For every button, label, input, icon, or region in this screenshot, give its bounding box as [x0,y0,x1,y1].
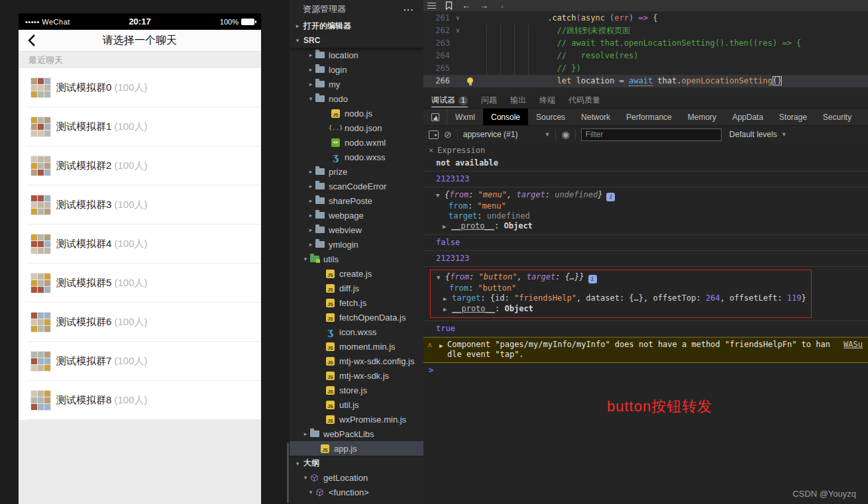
clear-console-icon[interactable]: ⊘ [444,130,452,139]
tree-item[interactable]: JSdiff.js [290,281,423,295]
console-log-entry[interactable]: ▼{from: "button", target: {…}}ifrom: "bu… [423,267,868,321]
filter-input[interactable] [581,128,722,141]
tree-item[interactable]: ▾getLocation [290,470,423,485]
console-log-entry[interactable]: 2123123 [423,251,868,267]
menu-icon[interactable] [427,3,436,9]
tree-item[interactable]: ▾nodo [290,91,423,106]
tree-item[interactable]: JSapp.js [290,441,423,456]
primary-tab-输出[interactable]: 输出 [510,93,526,108]
chevron-right-icon[interactable]: ▶ [439,340,447,360]
chat-item[interactable]: 测试模拟群5 (100人) [19,264,261,302]
console-object-entry[interactable]: ▼{from: "menu", target: undefined}ifrom:… [423,187,868,235]
section-open-editors[interactable]: ▸ 打开的编辑器 [290,19,423,33]
navigate-back-icon[interactable]: ← [462,1,470,11]
scrollbar-thumb[interactable] [287,442,289,503]
chat-item[interactable]: 测试模拟群1 (100人) [19,107,261,146]
console-output[interactable]: button按钮转发 CSDN @Youyzq ×Expressionnot a… [423,143,868,504]
chat-item[interactable]: 测试模拟群4 (100人) [19,225,261,263]
tree-item[interactable]: ▸my [290,77,423,91]
tree-item[interactable]: JSmtj-wx-sdk.js [290,368,423,383]
console-log-entry[interactable]: 2123123 [423,172,868,187]
source-link[interactable]: WASu [843,340,863,360]
code-line[interactable]: 261∨ .catch(async (err) => { [423,12,868,25]
chat-item[interactable]: 测试模拟群0 (100人) [19,68,261,107]
primary-tab-问题[interactable]: 问题 [481,93,497,108]
devtools-tab-console[interactable]: Console [483,109,528,125]
chevron-right-icon[interactable]: ▸ [301,430,309,437]
devtools-tab-storage[interactable]: Storage [771,109,815,125]
inspect-element-icon[interactable] [431,113,439,121]
object-property-row[interactable]: ▶target: {id: "friendsHelp", dataset: {…… [437,293,807,304]
tree-item[interactable]: JSwxPromise.min.js [290,412,423,427]
lightbulb-icon[interactable] [467,77,473,83]
chevron-right-icon[interactable]: ▸ [307,81,315,87]
devtools-tab-security[interactable]: Security [815,109,859,125]
chat-item[interactable]: 测试模拟群3 (100人) [19,185,261,224]
tree-item[interactable]: JSmtj-wx-sdk.config.js [290,354,423,368]
tree-item[interactable]: JSmoment.min.js [290,339,423,354]
chevron-right-icon[interactable]: ▸ [307,241,315,248]
more-actions-icon[interactable]: ··· [404,5,414,15]
object-preview[interactable]: ▼{from: "menu", target: undefined}i [436,190,863,201]
chat-item[interactable]: 测试模拟群8 (100人) [19,381,261,419]
chevron-down-icon[interactable]: ▾ [301,256,309,262]
console-log-entry[interactable]: true [423,321,868,337]
devtools-tab-memory[interactable]: Memory [680,109,724,125]
primary-tab-终端[interactable]: 终端 [539,93,555,108]
object-property-row[interactable]: target: undefined [436,211,863,221]
code-line[interactable]: 264 // resolve(res) [423,50,868,62]
tree-item[interactable]: JSfetchOpenData.js [290,310,423,325]
tree-item[interactable]: JSnodo.js [290,106,423,121]
tree-item[interactable]: ▸login [290,62,423,77]
fold-chevron-icon[interactable]: ∨ [453,25,463,37]
tree-item[interactable]: ▸webpage [290,208,423,223]
console-expression-entry[interactable]: ×Expressionnot available [423,143,868,172]
object-property-row[interactable]: ▶__proto__: Object [436,221,863,232]
console-warning-entry[interactable]: ⚠▶Component "pages/my/myInfo/myInfo" doe… [423,337,868,363]
tree-item[interactable]: JScreate.js [290,266,423,281]
chevron-down-icon[interactable]: ▾ [307,95,315,102]
object-preview[interactable]: ▼{from: "button", target: {…}}i [437,272,807,283]
tree-item[interactable]: JSstore.js [290,383,423,397]
code-area[interactable]: 261∨ .catch(async (err) => {262∨ //跳转到未授… [423,11,868,87]
tree-item[interactable]: ▸sharePoste [290,193,423,208]
chevron-right-icon[interactable]: ▸ [307,197,315,204]
tree-item[interactable]: {..}nodo.json [290,121,423,135]
fold-chevron-icon[interactable]: ∨ [453,12,463,25]
devtools-tab-wxml[interactable]: Wxml [447,109,483,125]
section-src[interactable]: ▾ SRC [290,33,423,48]
devtools-tab-appdata[interactable]: AppData [724,109,771,125]
tree-item[interactable]: ʒnodo.wxss [290,150,423,164]
object-property-row[interactable]: from: "button" [437,283,807,293]
chevron-right-icon[interactable]: ▸ [307,52,315,58]
tree-item[interactable]: ▸scanCodeError [290,179,423,193]
tree-item[interactable]: ʒicon.wxss [290,325,423,339]
breadcrumb-item[interactable]: success [498,0,580,1]
console-prompt[interactable]: > [423,363,868,378]
tree-item[interactable]: ▾utils [290,252,423,266]
chat-item[interactable]: 测试模拟群7 (100人) [19,342,261,380]
log-levels-selector[interactable]: Default levels ▼ [730,130,787,139]
section-outline[interactable]: ▾ 大纲 [290,456,423,470]
tree-item[interactable]: JSutil.js [290,397,423,412]
primary-tab-调试器[interactable]: 调试器1 [431,93,468,108]
chevron-down-icon[interactable]: ▾ [307,489,315,495]
code-line[interactable]: 265 // }) [423,62,868,75]
tree-item[interactable]: ▾<function> [290,485,423,499]
chat-item[interactable]: 测试模拟群2 (100人) [19,146,261,185]
devtools-tab-network[interactable]: Network [573,109,618,125]
chevron-down-icon[interactable]: ▾ [301,474,309,481]
context-selector[interactable]: appservice (#1) ▼ [463,130,551,139]
tree-item[interactable]: JSfetch.js [290,295,423,310]
bookmark-icon[interactable] [445,1,453,10]
tree-item[interactable]: ▸ymlogin [290,237,423,252]
navigate-forward-icon[interactable]: → [480,1,488,11]
chevron-right-icon[interactable]: ▸ [307,168,315,175]
object-property-row[interactable]: from: "menu" [436,201,863,211]
tree-item[interactable]: ▸webview [290,223,423,237]
console-log-entry[interactable]: false [423,235,868,251]
tree-item[interactable]: ▸location [290,48,423,62]
devtools-tab-sources[interactable]: Sources [528,109,573,125]
chat-item[interactable]: 测试模拟群6 (100人) [19,303,261,341]
chevron-right-icon[interactable]: ▸ [307,183,315,189]
